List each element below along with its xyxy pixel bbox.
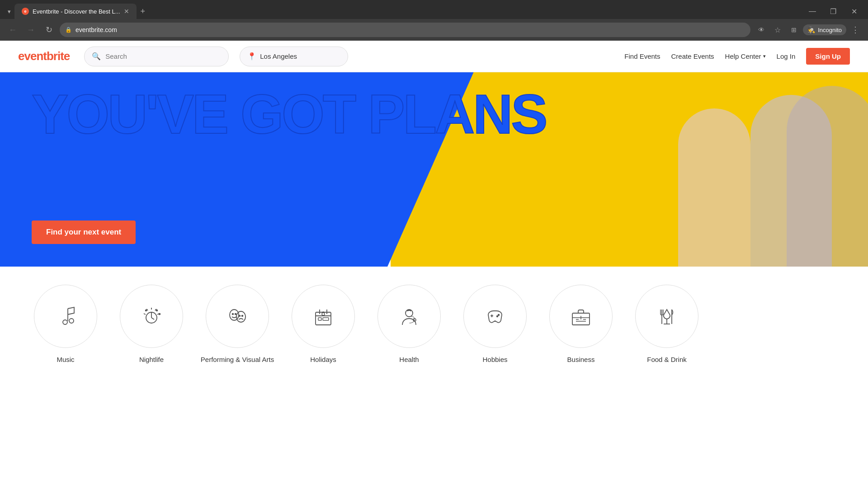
category-label-music: Music [57, 355, 74, 364]
music-icon [54, 305, 77, 328]
minimize-button[interactable]: — [802, 4, 823, 19]
svg-point-10 [156, 310, 158, 311]
category-label-business: Business [567, 355, 595, 364]
main-nav: Find Events Create Events Help Center ▾ … [624, 48, 850, 65]
theater-icon [226, 305, 249, 328]
tab-dropdown-button[interactable]: ▾ [4, 6, 14, 17]
categories-section: Music [0, 267, 868, 391]
svg-line-9 [151, 318, 154, 319]
category-circle-hobbies [463, 285, 527, 348]
svg-point-15 [235, 314, 236, 315]
window-controls: — ❐ ✕ [802, 4, 868, 19]
menu-button[interactable]: ⋮ [848, 23, 863, 37]
category-item-food-drink[interactable]: Food & Drink [628, 285, 705, 364]
category-item-hobbies[interactable]: Hobbies [457, 285, 533, 364]
sign-up-button[interactable]: Sign Up [806, 48, 850, 65]
star-icon: ☆ [774, 26, 781, 34]
eventbrite-logo[interactable]: eventbrite [18, 49, 70, 63]
find-next-event-button[interactable]: Find your next event [32, 221, 136, 244]
browser-chrome: ▾ e Eventbrite - Discover the Best L... … [0, 0, 868, 41]
category-item-performing-arts[interactable]: Performing & Visual Arts [199, 285, 276, 364]
search-input[interactable] [105, 52, 221, 60]
address-bar[interactable]: 🔒 [60, 23, 750, 37]
category-label-performing-arts: Performing & Visual Arts [201, 355, 274, 364]
svg-point-34 [497, 316, 498, 317]
forward-button[interactable]: → [24, 23, 38, 37]
svg-point-13 [230, 310, 239, 320]
svg-point-14 [232, 314, 234, 315]
search-icon: 🔍 [92, 52, 101, 61]
category-item-music[interactable]: Music [27, 285, 104, 364]
tab-close-button[interactable]: ✕ [124, 8, 129, 15]
url-input[interactable] [75, 26, 745, 33]
category-label-holidays: Holidays [310, 355, 336, 364]
category-circle-holidays [292, 285, 355, 348]
back-button[interactable]: ← [5, 23, 20, 37]
svg-rect-24 [323, 318, 329, 320]
close-window-button[interactable]: ✕ [844, 4, 864, 19]
location-bar[interactable]: 📍 [240, 47, 348, 66]
tab-grid-icon: ⊞ [791, 26, 797, 33]
category-item-holidays[interactable]: Holidays [285, 285, 362, 364]
svg-point-1 [69, 319, 74, 323]
log-in-link[interactable]: Log In [777, 52, 796, 60]
hero-headline: YOU'VE GOT PLANS [32, 90, 546, 139]
maximize-button[interactable]: ❐ [823, 4, 844, 19]
toolbar-actions: 👁 ☆ ⊞ 🕵 Incognito ⋮ [754, 23, 863, 37]
hobbies-icon [484, 305, 506, 328]
reload-button[interactable]: ↻ [42, 23, 56, 37]
tab-title: Eventbrite - Discover the Best L... [33, 8, 120, 15]
help-center-chevron-icon: ▾ [763, 53, 766, 59]
bookmark-button[interactable]: ☆ [770, 23, 785, 37]
category-label-food-drink: Food & Drink [647, 355, 687, 364]
browser-toolbar: ← → ↻ 🔒 👁 ☆ ⊞ 🕵 Incognito [0, 19, 868, 41]
menu-icon: ⋮ [851, 25, 859, 35]
site-header: eventbrite 🔍 📍 Find Events Create Events… [0, 41, 868, 72]
nightlife-icon [140, 305, 163, 328]
food-drink-icon [656, 305, 678, 328]
svg-point-0 [63, 320, 67, 324]
help-center-link[interactable]: Help Center ▾ [725, 52, 766, 60]
svg-point-25 [322, 313, 325, 315]
category-item-nightlife[interactable]: Nightlife [113, 285, 190, 364]
eye-slash-icon-button[interactable]: 👁 [754, 23, 769, 37]
active-tab[interactable]: e Eventbrite - Discover the Best L... ✕ [14, 4, 137, 19]
back-icon: ← [9, 25, 17, 35]
eye-slash-icon: 👁 [758, 26, 764, 33]
svg-line-7 [144, 314, 146, 314]
tab-bar: ▾ e Eventbrite - Discover the Best L... … [0, 0, 868, 19]
reload-icon: ↻ [46, 25, 52, 35]
eventbrite-page: eventbrite 🔍 📍 Find Events Create Events… [0, 41, 868, 391]
new-tab-button[interactable]: + [137, 5, 149, 18]
tab-favicon: e [22, 8, 29, 15]
category-circle-performing-arts [206, 285, 269, 348]
svg-point-16 [236, 311, 245, 322]
category-circle-health [377, 285, 441, 348]
svg-point-18 [242, 315, 243, 317]
forward-icon: → [27, 25, 35, 35]
holidays-icon [312, 305, 335, 328]
hero-cta: Find your next event [32, 221, 136, 244]
hero-banner: YOU'VE GOT PLANS Find your next event [0, 72, 868, 267]
incognito-profile-button[interactable]: 🕵 Incognito [803, 24, 846, 35]
category-label-hobbies: Hobbies [482, 355, 507, 364]
category-circle-nightlife [120, 285, 183, 348]
tab-organizer-button[interactable]: ⊞ [787, 23, 801, 37]
search-bar[interactable]: 🔍 [84, 47, 229, 66]
category-item-business[interactable]: Business [542, 285, 619, 364]
category-circle-business [549, 285, 613, 348]
create-events-link[interactable]: Create Events [671, 52, 714, 60]
incognito-label: Incognito [818, 27, 842, 33]
category-item-health[interactable]: Health [371, 285, 448, 364]
category-circle-food-drink [635, 285, 698, 348]
svg-point-33 [498, 314, 500, 316]
find-events-link[interactable]: Find Events [624, 52, 660, 60]
business-icon [570, 305, 592, 328]
categories-grid: Music [27, 285, 841, 364]
help-center-label: Help Center [725, 52, 761, 60]
svg-point-17 [239, 315, 241, 317]
svg-rect-23 [318, 318, 321, 320]
svg-point-11 [146, 310, 147, 311]
location-input[interactable] [260, 52, 340, 60]
health-icon [398, 305, 420, 328]
